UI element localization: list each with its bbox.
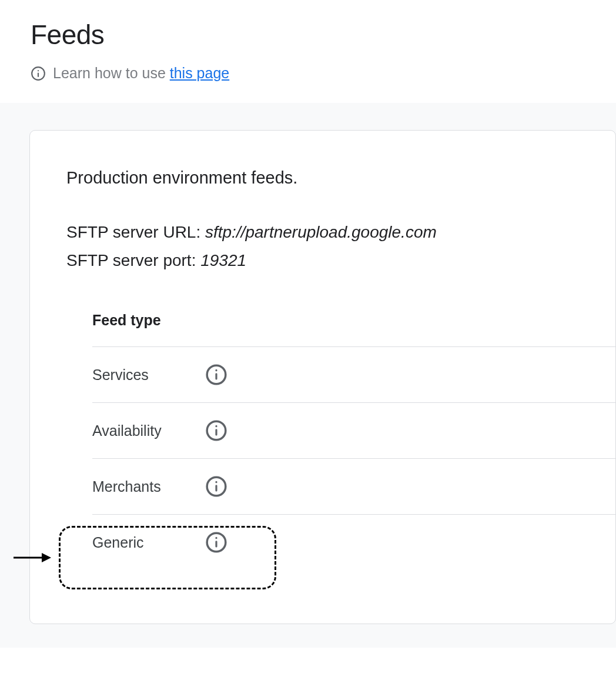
info-icon[interactable] xyxy=(205,531,227,554)
help-row: Learn how to use this page xyxy=(31,65,616,82)
svg-rect-11 xyxy=(215,485,217,491)
info-icon[interactable] xyxy=(205,364,227,386)
svg-rect-13 xyxy=(215,537,217,539)
sftp-url-row: SFTP server URL: sftp://partnerupload.go… xyxy=(66,218,615,246)
content-area: Production environment feeds. SFTP serve… xyxy=(0,103,616,648)
feed-type-label: Services xyxy=(92,366,205,384)
svg-rect-8 xyxy=(215,429,217,435)
help-text: Learn how to use this page xyxy=(53,65,229,82)
svg-rect-14 xyxy=(215,541,217,547)
help-link[interactable]: this page xyxy=(170,65,229,81)
feed-type-label: Generic xyxy=(92,534,205,551)
feed-type-table: Feed type Services Availability xyxy=(66,312,615,570)
table-row[interactable]: Services xyxy=(92,347,615,402)
feed-type-label: Merchants xyxy=(92,478,205,495)
svg-marker-16 xyxy=(42,553,51,562)
card-heading: Production environment feeds. xyxy=(66,168,615,188)
info-icon[interactable] xyxy=(205,419,227,442)
table-row[interactable]: Merchants xyxy=(92,459,615,514)
page-header: Feeds Learn how to use this page xyxy=(0,0,616,103)
svg-rect-2 xyxy=(38,72,39,77)
info-icon xyxy=(31,66,46,81)
feed-type-label: Availability xyxy=(92,422,205,439)
table-row[interactable]: Generic xyxy=(92,515,615,570)
svg-rect-10 xyxy=(215,481,217,483)
sftp-port-value: 19321 xyxy=(200,251,246,269)
info-icon[interactable] xyxy=(205,475,227,498)
sftp-url-value: sftp://partnerupload.google.com xyxy=(205,223,437,241)
table-header-feed-type: Feed type xyxy=(92,312,615,346)
svg-rect-1 xyxy=(38,70,39,71)
svg-rect-5 xyxy=(215,373,217,379)
svg-rect-7 xyxy=(215,425,217,427)
table-row[interactable]: Availability xyxy=(92,403,615,458)
feeds-card: Production environment feeds. SFTP serve… xyxy=(29,130,616,624)
help-prefix: Learn how to use xyxy=(53,65,170,81)
server-info: SFTP server URL: sftp://partnerupload.go… xyxy=(66,218,615,274)
sftp-port-label: SFTP server port: xyxy=(66,251,200,269)
page-title: Feeds xyxy=(31,19,616,51)
sftp-url-label: SFTP server URL: xyxy=(66,223,205,241)
sftp-port-row: SFTP server port: 19321 xyxy=(66,246,615,275)
annotation-arrow-icon xyxy=(14,551,51,565)
svg-rect-4 xyxy=(215,369,217,371)
